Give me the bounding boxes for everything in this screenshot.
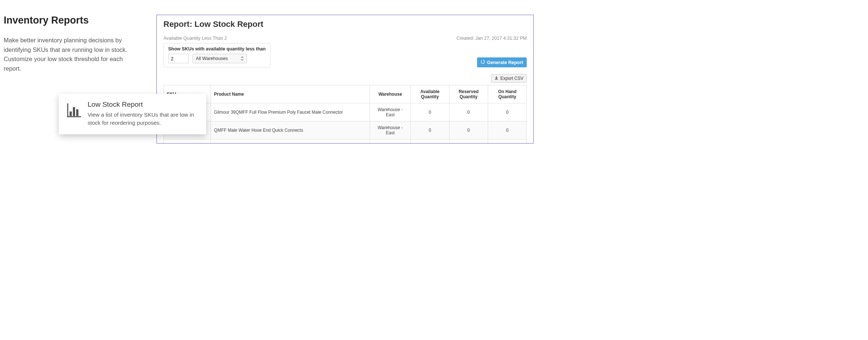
bar-chart-icon (66, 102, 82, 118)
cell-onhand: 0 (488, 139, 526, 144)
svg-rect-4 (76, 109, 78, 116)
generate-report-button[interactable]: Generate Report (477, 57, 527, 67)
cell-warehouse: Warehouse - East (370, 103, 411, 121)
report-panel: Report: Low Stock Report Available Quant… (156, 15, 534, 144)
refresh-icon (481, 60, 485, 65)
left-column: Inventory Reports Make better inventory … (4, 15, 136, 73)
cell-available: 0 (410, 139, 449, 144)
cell-warehouse: Warehouse - East (370, 139, 411, 144)
export-row: Export CSV (163, 74, 527, 83)
controls-row: Show SKUs with available quantity less t… (163, 43, 527, 67)
col-header-reserved[interactable]: Reserved Quantity (449, 85, 488, 103)
card-description: View a list of inventory SKUs that are l… (88, 111, 198, 127)
cell-reserved: 0 (449, 139, 488, 144)
report-subhead-row: Available Quantity Less Than 2 Created: … (163, 36, 527, 41)
download-icon (494, 76, 498, 81)
cell-onhand: 0 (488, 121, 526, 139)
report-title: Report: Low Stock Report (163, 20, 527, 29)
controls-box: Show SKUs with available quantity less t… (163, 43, 271, 67)
cell-product: Gilmour 39QMFF Full Flow Premium Poly Fa… (211, 103, 370, 121)
col-header-warehouse[interactable]: Warehouse (370, 85, 411, 103)
table-row: JL-39QMFF-xxx Gilmour 39QMFF Full Flow P… (164, 103, 527, 121)
cell-available: 0 (410, 121, 449, 139)
svg-rect-3 (73, 107, 75, 116)
cell-product: QMFF Male Water Hose End Quick Connects (211, 121, 370, 139)
col-header-onhand[interactable]: On Hand Quantity (488, 85, 526, 103)
card-title: Low Stock Report (88, 100, 198, 109)
export-csv-button[interactable]: Export CSV (491, 74, 527, 83)
table-header-row: SKU Product Name Warehouse Available Qua… (164, 85, 527, 103)
report-subheading: Available Quantity Less Than 2 (163, 36, 227, 41)
page-title: Inventory Reports (4, 15, 136, 26)
controls-inputs: All Warehouses (168, 54, 266, 63)
table-row: QMFF Male Water Hose End Quick Connects … (164, 121, 527, 139)
export-csv-label: Export CSV (500, 76, 523, 81)
warehouse-select[interactable]: All Warehouses (193, 54, 247, 63)
cell-available: 0 (410, 103, 449, 121)
data-table: SKU Product Name Warehouse Available Qua… (163, 85, 527, 144)
report-card[interactable]: Low Stock Report View a list of inventor… (59, 94, 206, 134)
cell-reserved: 0 (449, 121, 488, 139)
cell-reserved: 0 (449, 103, 488, 121)
svg-rect-2 (70, 111, 72, 116)
report-created: Created: Jan 27, 2017 4:31:32 PM (456, 36, 527, 41)
select-caret-icon (241, 56, 244, 61)
controls-label: Show SKUs with available quantity less t… (168, 46, 266, 52)
cell-warehouse: Warehouse - East (370, 121, 411, 139)
cell-sku (164, 139, 211, 144)
cell-onhand: 0 (488, 103, 526, 121)
page-description: Make better inventory planning decisions… (4, 36, 136, 73)
cell-product: t (211, 139, 370, 144)
col-header-available[interactable]: Available Quantity (410, 85, 449, 103)
card-text: Low Stock Report View a list of inventor… (88, 100, 198, 127)
warehouse-selected-label: All Warehouses (196, 56, 228, 61)
qty-input[interactable] (168, 54, 189, 63)
generate-report-label: Generate Report (487, 60, 523, 65)
col-header-product[interactable]: Product Name (211, 85, 370, 103)
table-row: t Warehouse - East 0 0 0 (164, 139, 527, 144)
